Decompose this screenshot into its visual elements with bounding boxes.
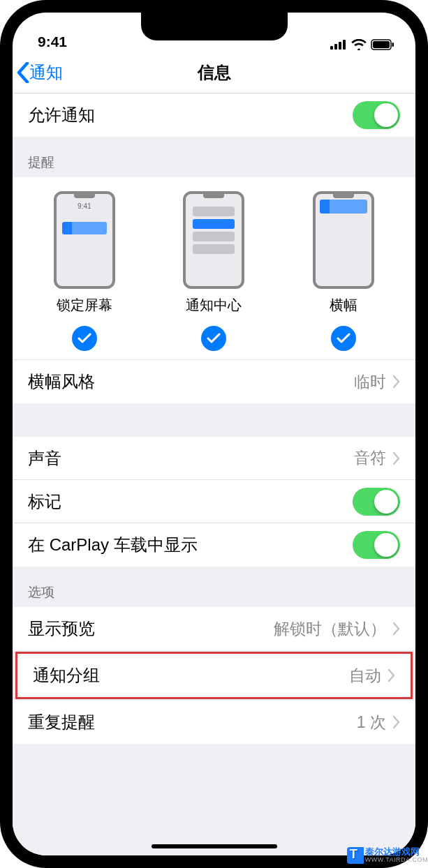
repeat-alerts-label: 重复提醒 <box>28 711 95 733</box>
phone-frame: 9:41 通知 信息 允许通知 <box>0 0 428 868</box>
checkmark-icon <box>207 333 221 344</box>
back-button[interactable]: 通知 <box>17 52 63 93</box>
alert-lock-label: 锁定屏幕 <box>29 296 140 315</box>
badges-label: 标记 <box>28 491 61 513</box>
chevron-right-icon <box>393 716 400 728</box>
alert-banner-check[interactable] <box>331 326 356 351</box>
status-time: 9:41 <box>38 33 67 50</box>
cellular-icon <box>330 40 347 50</box>
settings-content[interactable]: 允许通知 提醒 9:41 锁定屏幕 <box>13 93 415 855</box>
svg-rect-1 <box>334 44 337 50</box>
sounds-value: 音符 <box>354 447 386 469</box>
notification-grouping-value: 自动 <box>349 665 381 687</box>
allow-notifications-toggle[interactable] <box>353 101 400 129</box>
notch <box>141 13 288 40</box>
allow-notifications-label: 允许通知 <box>28 104 95 126</box>
allow-notifications-row[interactable]: 允许通知 <box>13 93 415 137</box>
page-title: 信息 <box>198 61 231 84</box>
battery-icon <box>371 39 394 50</box>
repeat-alerts-value: 1 次 <box>357 712 386 733</box>
alert-styles-row: 9:41 锁定屏幕 <box>13 177 415 360</box>
nav-bar: 通知 信息 <box>13 52 415 93</box>
watermark-logo-icon <box>347 847 364 864</box>
badges-row[interactable]: 标记 <box>13 480 415 523</box>
options-section-header: 选项 <box>13 567 415 607</box>
carplay-toggle[interactable] <box>353 531 400 559</box>
chevron-right-icon <box>393 622 400 635</box>
back-label: 通知 <box>29 61 63 84</box>
checkmark-icon <box>337 333 350 344</box>
svg-rect-5 <box>373 41 390 48</box>
banner-style-label: 横幅风格 <box>28 371 95 393</box>
show-previews-value: 解锁时（默认） <box>274 618 386 640</box>
notification-grouping-label: 通知分组 <box>33 664 100 687</box>
watermark: 泰尔达游戏网 WWW.TAIRDA.COM <box>347 847 428 864</box>
svg-rect-3 <box>343 40 346 50</box>
svg-rect-6 <box>392 43 394 47</box>
lockscreen-preview-icon: 9:41 <box>54 191 115 289</box>
repeat-alerts-row[interactable]: 重复提醒 1 次 <box>13 701 415 744</box>
alert-style-center[interactable]: 通知中心 <box>158 191 270 351</box>
svg-rect-2 <box>339 42 341 50</box>
sounds-row[interactable]: 声音 音符 <box>13 437 415 480</box>
banner-style-row[interactable]: 横幅风格 临时 <box>13 360 415 403</box>
banner-style-value: 临时 <box>354 371 386 393</box>
alerts-section-header: 提醒 <box>13 137 415 177</box>
checkmark-icon <box>78 333 91 344</box>
alert-lock-check[interactable] <box>72 326 97 351</box>
badges-toggle[interactable] <box>353 488 400 516</box>
home-indicator[interactable] <box>152 844 277 848</box>
show-previews-row[interactable]: 显示预览 解锁时（默认） <box>13 607 415 650</box>
chevron-left-icon <box>17 62 29 83</box>
sounds-label: 声音 <box>28 447 61 470</box>
alert-banner-label: 横幅 <box>288 296 399 315</box>
chevron-right-icon <box>388 669 395 682</box>
notification-grouping-row[interactable]: 通知分组 自动 <box>17 654 411 697</box>
show-previews-label: 显示预览 <box>28 618 95 640</box>
alert-style-banner[interactable]: 横幅 <box>288 191 399 351</box>
svg-rect-0 <box>330 46 333 50</box>
chevron-right-icon <box>393 452 400 465</box>
alert-center-label: 通知中心 <box>158 296 270 315</box>
alert-style-lockscreen[interactable]: 9:41 锁定屏幕 <box>29 191 140 351</box>
carplay-label: 在 CarPlay 车载中显示 <box>28 534 198 556</box>
alert-center-check[interactable] <box>201 326 226 351</box>
carplay-row[interactable]: 在 CarPlay 车载中显示 <box>13 523 415 567</box>
watermark-cn: 泰尔达游戏网 <box>365 847 428 857</box>
notification-center-preview-icon <box>183 191 244 289</box>
notification-grouping-highlight: 通知分组 自动 <box>15 652 413 699</box>
watermark-en: WWW.TAIRDA.COM <box>365 857 428 864</box>
wifi-icon <box>351 39 367 50</box>
banner-preview-icon <box>313 191 374 289</box>
chevron-right-icon <box>393 375 400 388</box>
mini-time: 9:41 <box>57 202 112 210</box>
